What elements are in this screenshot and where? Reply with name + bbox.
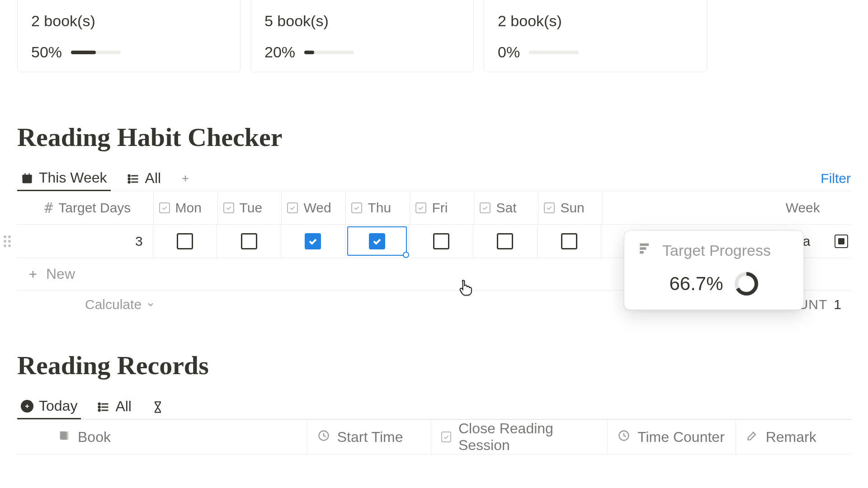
- col-label: Thu: [368, 200, 391, 216]
- col-label: Remark: [766, 429, 816, 446]
- card-percent-label: 0%: [498, 43, 520, 61]
- col-fri[interactable]: Fri: [410, 191, 474, 224]
- tab-label: All: [115, 398, 132, 415]
- col-label: Fri: [432, 200, 448, 216]
- col-mon[interactable]: Mon: [154, 191, 218, 224]
- checkbox-sun[interactable]: [561, 233, 577, 249]
- col-label: Week: [786, 200, 820, 216]
- habit-table-header: # Target Days Mon Tue Wed Thu Fri: [17, 191, 851, 225]
- col-sun[interactable]: Sun: [538, 191, 603, 224]
- card-percent-label: 50%: [31, 43, 62, 61]
- col-label: Sat: [496, 200, 516, 216]
- cell-tue[interactable]: [217, 225, 281, 258]
- progress-bar: [304, 51, 354, 54]
- stat-card[interactable]: 2 book(s) 50%: [17, 0, 241, 72]
- col-target-days[interactable]: # Target Days: [17, 191, 154, 224]
- list-icon: [127, 172, 140, 185]
- tab-all-records[interactable]: All: [94, 394, 135, 419]
- cell-wed[interactable]: [281, 225, 345, 258]
- checkbox-icon: [351, 202, 362, 213]
- tab-label: This Week: [39, 169, 107, 186]
- svg-rect-1: [23, 174, 32, 177]
- col-time-counter[interactable]: Time Counter: [608, 420, 736, 454]
- col-remark[interactable]: Remark: [736, 420, 851, 454]
- progress-fill: [71, 51, 96, 54]
- svg-rect-26: [640, 251, 644, 254]
- popover-percent-value: 66.7%: [669, 273, 723, 295]
- progress-bar: [529, 51, 579, 54]
- number-icon: #: [44, 199, 53, 216]
- records-table-header: Book Start Time Close Reading Session Ti…: [17, 419, 851, 455]
- svg-point-9: [128, 181, 130, 183]
- checkbox-icon: [223, 202, 234, 213]
- svg-point-8: [128, 178, 130, 180]
- card-books-label: 2 book(s): [31, 12, 226, 30]
- cell-mon[interactable]: [153, 225, 217, 258]
- records-tabs: Today All: [17, 394, 851, 419]
- card-books-label: 2 book(s): [498, 12, 693, 30]
- drag-handle-icon[interactable]: [4, 235, 11, 247]
- checkbox-wed[interactable]: [305, 233, 321, 249]
- stat-card[interactable]: 5 book(s) 20%: [250, 0, 474, 72]
- tab-label: All: [145, 170, 161, 187]
- svg-point-19: [99, 403, 100, 405]
- checkbox-mon[interactable]: [177, 233, 193, 249]
- progress-fill: [304, 51, 314, 54]
- checkbox-icon: [415, 202, 426, 213]
- cell-sat[interactable]: [473, 225, 538, 258]
- cell-fri[interactable]: [409, 225, 473, 258]
- edit-icon: [746, 429, 759, 446]
- checkbox-sat[interactable]: [497, 233, 513, 249]
- col-label: Target Days: [58, 200, 131, 216]
- col-label: Start Time: [337, 429, 403, 446]
- svg-rect-24: [640, 244, 649, 246]
- col-wed[interactable]: Wed: [282, 191, 346, 224]
- target-progress-popover: Target Progress 66.7%: [624, 230, 804, 310]
- tab-timeline[interactable]: [148, 394, 168, 419]
- col-week[interactable]: Week: [780, 191, 851, 224]
- count-value: 1: [834, 297, 842, 312]
- tab-today[interactable]: Today: [17, 394, 81, 419]
- records-section-title: Reading Records: [17, 350, 851, 380]
- checkbox-tue[interactable]: [241, 233, 257, 249]
- svg-point-7: [128, 175, 130, 177]
- col-tue[interactable]: Tue: [218, 191, 282, 224]
- svg-rect-25: [640, 247, 646, 250]
- cell-target-days[interactable]: 3: [17, 225, 153, 258]
- tab-this-week[interactable]: This Week: [17, 166, 111, 191]
- checkbox-icon: [287, 202, 298, 213]
- col-label: Time Counter: [637, 429, 725, 446]
- cell-resize-handle[interactable]: [403, 252, 409, 258]
- checkbox-icon: [441, 432, 451, 442]
- open-as-page-icon[interactable]: [835, 235, 848, 248]
- checkbox-thu[interactable]: [369, 233, 385, 249]
- col-sat[interactable]: Sat: [474, 191, 538, 224]
- tab-all[interactable]: All: [123, 166, 165, 191]
- progress-bar: [71, 51, 121, 54]
- card-books-label: 5 book(s): [264, 12, 460, 30]
- filter-button[interactable]: Filter: [821, 171, 851, 186]
- checkbox-fri[interactable]: [433, 233, 449, 249]
- target-days-value: 3: [135, 234, 143, 249]
- col-start-time[interactable]: Start Time: [307, 420, 431, 454]
- clock-icon: [317, 429, 330, 446]
- cell-sun[interactable]: [538, 225, 602, 258]
- col-book[interactable]: Book: [17, 420, 307, 454]
- col-label: Mon: [175, 200, 202, 216]
- col-label: Sun: [560, 200, 584, 216]
- svg-point-20: [99, 406, 100, 408]
- add-view-button[interactable]: [177, 170, 193, 187]
- checkbox-icon: [480, 202, 491, 213]
- col-close-session[interactable]: Close Reading Session: [431, 420, 608, 454]
- habit-tabs: This Week All Filter: [17, 166, 851, 191]
- stat-card[interactable]: 2 book(s) 0%: [484, 0, 707, 72]
- clock-icon: [618, 429, 630, 446]
- calendar-icon: [21, 172, 33, 184]
- col-thu[interactable]: Thu: [346, 191, 410, 224]
- stat-cards-row: 2 book(s) 50% 5 book(s) 20% 2 book(s) 0%: [17, 0, 851, 72]
- cell-thu[interactable]: [345, 225, 410, 258]
- col-label: Wed: [303, 200, 331, 216]
- calculate-button[interactable]: Calculate: [85, 297, 155, 312]
- col-label: Tue: [240, 200, 263, 216]
- card-percent-label: 20%: [264, 43, 295, 61]
